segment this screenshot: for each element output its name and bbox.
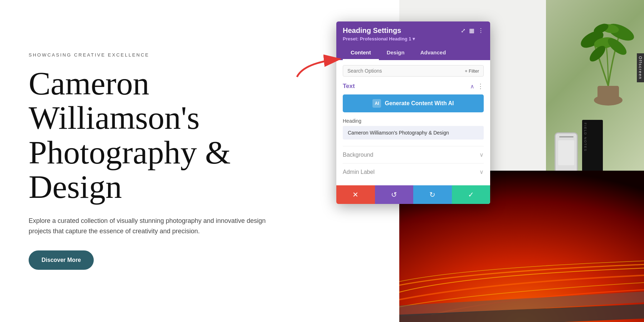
- save-button[interactable]: ✓: [452, 185, 491, 204]
- discover-more-button[interactable]: Discover More: [29, 250, 94, 270]
- notebook-label: FIELD NOTES: [582, 120, 589, 155]
- panel-footer: ✕ ↺ ↻ ✓: [336, 185, 490, 204]
- page-title: Cameron Williamson's Photography & Desig…: [29, 66, 371, 204]
- resize-icon[interactable]: ⤢: [461, 27, 465, 34]
- page-description: Explore a curated collection of visually…: [29, 216, 272, 236]
- panel-tabs: Content Design Advanced: [343, 46, 484, 60]
- redo-button[interactable]: ↻: [413, 185, 452, 204]
- ai-button-label: Generate Content With AI: [385, 100, 454, 107]
- panel-body: + Filter Text ∧ ⋮ AI Generate Content Wi…: [336, 60, 490, 185]
- notebook-dark: FIELD NOTES: [582, 120, 603, 177]
- heading-field-value[interactable]: Cameron Williamson's Photography & Desig…: [343, 126, 484, 140]
- save-icon: ✓: [468, 190, 474, 199]
- text-section-title: Text: [343, 83, 355, 90]
- svg-rect-1: [597, 86, 619, 102]
- text-section-collapse-icon[interactable]: ∧: [470, 83, 474, 90]
- panel-header-icons: ⤢ ▦ ⋮: [461, 27, 484, 34]
- page-background: SHOWCASING CREATIVE EXCELLENCE Cameron W…: [0, 0, 644, 322]
- offscreen-label: Offscreen: [637, 53, 644, 83]
- more-icon[interactable]: ⋮: [478, 27, 484, 34]
- cancel-icon: ✕: [352, 190, 358, 199]
- admin-label-text: Admin Label: [343, 169, 375, 175]
- heading-field-label: Heading: [343, 118, 484, 124]
- text-section-options-icon[interactable]: ⋮: [477, 82, 484, 90]
- redo-icon: ↻: [429, 190, 435, 199]
- undo-button[interactable]: ↺: [375, 185, 414, 204]
- cancel-button[interactable]: ✕: [336, 185, 375, 204]
- panel-header: Heading Settings ⤢ ▦ ⋮ Preset: Professio…: [336, 21, 490, 60]
- panel-preset[interactable]: Preset: Professional Heading 1 ▾: [343, 36, 484, 42]
- filter-button[interactable]: + Filter: [465, 68, 479, 74]
- text-section-header: Text ∧ ⋮: [343, 82, 484, 90]
- columns-icon[interactable]: ▦: [469, 27, 474, 34]
- phone-speaker: [559, 136, 574, 137]
- background-section[interactable]: Background ∨: [343, 146, 484, 163]
- admin-label-chevron-icon: ∨: [479, 169, 484, 175]
- preset-chevron-icon: ▾: [413, 36, 415, 42]
- ai-icon: AI: [372, 99, 381, 108]
- heading-settings-panel: Heading Settings ⤢ ▦ ⋮ Preset: Professio…: [336, 21, 490, 204]
- background-label: Background: [343, 152, 373, 158]
- panel-header-top: Heading Settings ⤢ ▦ ⋮: [343, 26, 484, 35]
- page-subtitle: SHOWCASING CREATIVE EXCELLENCE: [29, 52, 371, 58]
- undo-icon: ↺: [391, 190, 397, 199]
- background-chevron-icon: ∨: [479, 151, 484, 158]
- plant-decoration: [572, 0, 644, 107]
- tab-advanced[interactable]: Advanced: [413, 46, 454, 60]
- search-input[interactable]: [347, 68, 465, 74]
- search-bar[interactable]: + Filter: [343, 65, 484, 77]
- generate-ai-button[interactable]: AI Generate Content With AI: [343, 94, 484, 112]
- text-section-controls: ∧ ⋮: [470, 82, 484, 90]
- panel-title: Heading Settings: [343, 26, 401, 35]
- admin-label-section[interactable]: Admin Label ∨: [343, 163, 484, 180]
- tab-content[interactable]: Content: [343, 46, 379, 60]
- phone-screen: [558, 140, 574, 165]
- tab-design[interactable]: Design: [379, 46, 413, 60]
